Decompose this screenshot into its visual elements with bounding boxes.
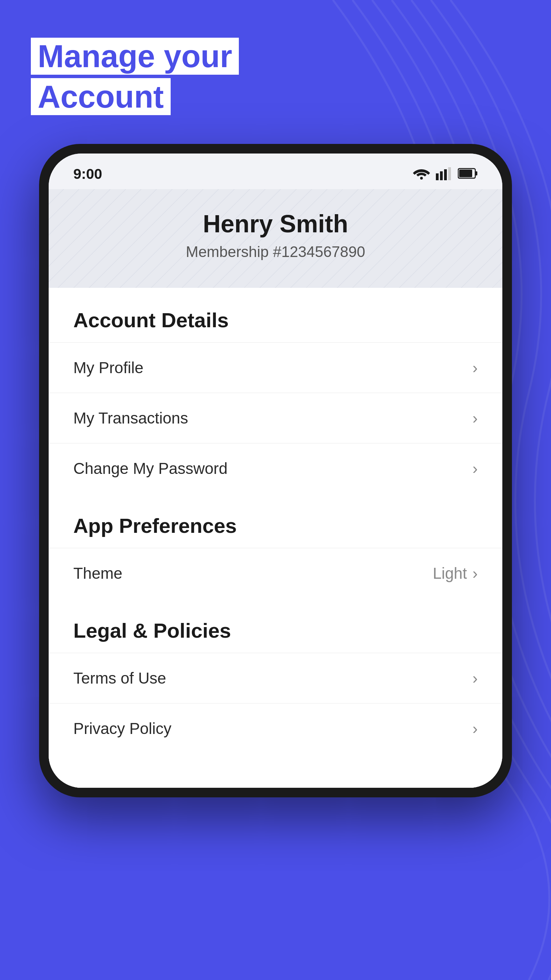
section-account-details-header: Account Details [49,288,502,342]
svg-rect-3 [444,169,447,180]
terms-of-use-label: Terms of Use [73,669,166,687]
svg-rect-4 [448,167,451,180]
app-content: Account Details My Profile › My Transact… [49,288,502,788]
menu-item-privacy-policy[interactable]: Privacy Policy › [49,703,502,754]
my-profile-chevron: › [473,358,478,377]
menu-item-theme[interactable]: Theme Light › [49,548,502,598]
menu-item-terms-of-use[interactable]: Terms of Use › [49,653,502,703]
theme-value: Light [433,564,467,582]
privacy-policy-chevron: › [473,719,478,738]
svg-rect-1 [436,173,439,180]
status-bar: 9:00 [49,154,502,189]
theme-right: Light › [433,564,478,582]
status-icons [412,167,478,181]
theme-chevron: › [473,564,478,582]
section-legal-header: Legal & Policies [49,598,502,653]
page-header: Manage your Account [31,38,239,115]
theme-label: Theme [73,564,122,582]
header-line2: Account [31,78,170,115]
section-account-details-title: Account Details [73,309,229,332]
app-user-header: Henry Smith Membership #1234567890 [49,189,502,288]
status-time: 9:00 [73,166,102,182]
user-name: Henry Smith [62,210,489,238]
change-password-label: Change My Password [73,459,228,478]
terms-of-use-chevron: › [473,669,478,687]
svg-rect-6 [475,171,477,175]
change-password-chevron: › [473,459,478,478]
battery-icon [458,167,478,181]
menu-item-change-password[interactable]: Change My Password › [49,443,502,493]
privacy-policy-label: Privacy Policy [73,719,171,738]
membership-number: Membership #1234567890 [62,243,489,261]
section-app-preferences-header: App Preferences [49,493,502,548]
svg-rect-2 [440,171,443,180]
wifi-icon [412,167,430,181]
svg-rect-7 [459,170,472,177]
phone-outer-shell: 9:00 [39,144,512,797]
menu-item-my-transactions[interactable]: My Transactions › [49,393,502,443]
my-profile-label: My Profile [73,358,143,377]
phone-mockup: 9:00 [39,144,512,797]
phone-screen: 9:00 [49,154,502,788]
section-legal-title: Legal & Policies [73,619,231,642]
signal-icon [436,167,452,181]
menu-item-my-profile[interactable]: My Profile › [49,342,502,393]
my-transactions-chevron: › [473,409,478,427]
section-app-preferences-title: App Preferences [73,514,237,537]
header-line1: Manage your [31,38,239,75]
my-transactions-label: My Transactions [73,409,188,427]
svg-point-0 [420,177,423,180]
bottom-spacer [49,754,502,788]
